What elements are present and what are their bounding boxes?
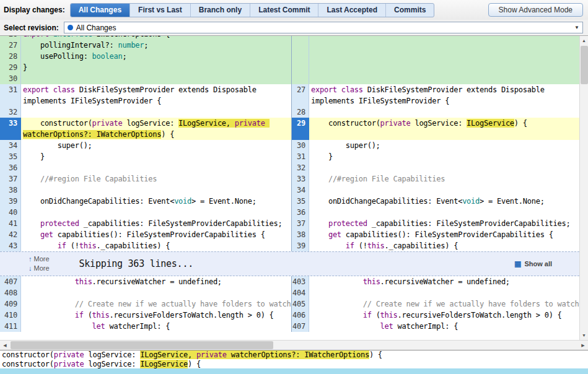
line-number[interactable]: 33 <box>0 118 21 140</box>
line-number[interactable]: 410 <box>0 310 21 321</box>
line-number[interactable]: 26 <box>0 35 21 40</box>
line-number[interactable]: 35 <box>0 151 21 162</box>
line-number[interactable]: 32 <box>291 162 309 173</box>
code-line[interactable] <box>21 207 291 218</box>
horizontal-scrollbar-thumb[interactable] <box>11 341 273 349</box>
code-line[interactable]: onDidChangeCapabilities: Event<void> = E… <box>309 196 579 207</box>
code-line[interactable] <box>21 107 291 118</box>
line-number[interactable]: 30 <box>0 73 21 84</box>
code-line[interactable]: this.recursiveWatcher = undefined; <box>309 276 579 287</box>
line-number[interactable]: 38 <box>291 229 309 240</box>
code-line[interactable]: constructor(private logService: ILogServ… <box>21 118 291 140</box>
line-number[interactable]: 33 <box>291 173 309 185</box>
revision-select[interactable]: All Changes ▼ <box>64 22 583 33</box>
code-line[interactable] <box>309 51 579 62</box>
code-line[interactable]: super(); <box>309 140 579 151</box>
line-number[interactable]: 406 <box>291 310 309 321</box>
tab-last-accepted[interactable]: Last Accepted <box>318 4 385 17</box>
code-line[interactable]: } <box>21 151 291 162</box>
tab-branch-only[interactable]: Branch only <box>190 4 250 17</box>
code-line[interactable] <box>21 287 291 298</box>
scroll-down-icon[interactable]: ▼ <box>580 331 588 340</box>
line-number[interactable]: 31 <box>0 84 21 107</box>
line-number[interactable]: 34 <box>291 185 309 196</box>
code-line[interactable] <box>21 162 291 173</box>
scroll-left-icon[interactable]: ◀ <box>0 341 10 350</box>
line-number[interactable]: 407 <box>291 321 309 332</box>
code-line[interactable] <box>309 162 579 173</box>
tab-latest-commit[interactable]: Latest Commit <box>250 4 318 17</box>
code-line[interactable]: export interface IWatcherOptions { <box>21 35 291 40</box>
line-number[interactable]: 411 <box>0 321 21 332</box>
code-line[interactable]: } <box>309 151 579 162</box>
line-number[interactable] <box>291 62 309 73</box>
line-number[interactable] <box>291 35 309 40</box>
line-number[interactable]: 403 <box>291 276 309 287</box>
code-line[interactable]: onDidChangeCapabilities: Event<void> = E… <box>21 196 291 207</box>
line-number[interactable]: 404 <box>291 287 309 298</box>
line-number[interactable]: 29 <box>0 62 21 73</box>
line-number[interactable]: 39 <box>0 196 21 207</box>
more-down-button[interactable]: ↓ More <box>29 264 50 272</box>
code-line[interactable]: export class DiskFileSystemProvider exte… <box>309 84 579 107</box>
line-number[interactable]: 42 <box>0 229 21 240</box>
line-number[interactable] <box>291 40 309 51</box>
code-line[interactable]: constructor(private logService: ILogServ… <box>309 118 579 140</box>
code-line[interactable]: usePolling: boolean; <box>21 51 291 62</box>
code-line[interactable]: protected _capabilities: FileSystemProvi… <box>309 218 579 229</box>
tab-all-changes[interactable]: All Changes <box>71 4 129 17</box>
line-number[interactable]: 408 <box>0 287 21 298</box>
vertical-scrollbar[interactable]: ▲ ▼ <box>579 36 588 340</box>
line-number[interactable]: 38 <box>0 185 21 196</box>
code-line[interactable]: let watcherImpl: { <box>21 321 291 332</box>
line-number[interactable]: 43 <box>0 240 21 251</box>
code-line[interactable]: this.recursiveWatcher = undefined; <box>21 276 291 287</box>
line-number[interactable]: 37 <box>0 173 21 185</box>
line-number[interactable]: 28 <box>291 107 309 118</box>
code-line[interactable]: } <box>21 62 291 73</box>
code-line[interactable] <box>309 40 579 51</box>
line-number[interactable]: 29 <box>291 118 309 140</box>
line-number[interactable]: 41 <box>0 218 21 229</box>
code-line[interactable]: if (!this._capabilities) { <box>21 240 291 251</box>
vertical-scrollbar-thumb[interactable] <box>581 46 588 84</box>
line-number[interactable]: 35 <box>291 196 309 207</box>
line-number[interactable]: 28 <box>0 51 21 62</box>
code-line[interactable]: get capabilities(): FileSystemProviderCa… <box>309 229 579 240</box>
code-line[interactable] <box>309 185 579 196</box>
code-line[interactable] <box>309 35 579 40</box>
line-number[interactable]: 37 <box>291 218 309 229</box>
show-all-button[interactable]: ▦ Show all <box>514 259 552 268</box>
code-line[interactable]: let watcherImpl: { <box>309 321 579 332</box>
code-line[interactable] <box>21 185 291 196</box>
line-number[interactable]: 40 <box>0 207 21 218</box>
line-number[interactable]: 34 <box>0 140 21 151</box>
line-number[interactable] <box>291 73 309 84</box>
code-line[interactable] <box>309 287 579 298</box>
scroll-up-icon[interactable]: ▲ <box>580 36 588 45</box>
line-number[interactable]: 405 <box>291 298 309 310</box>
code-line[interactable]: if (!this._capabilities) { <box>309 240 579 251</box>
line-number[interactable]: 39 <box>291 240 309 251</box>
horizontal-scrollbar[interactable]: ◀ ▶ <box>0 340 588 350</box>
more-up-button[interactable]: ↑ More <box>29 255 50 263</box>
tab-commits[interactable]: Commits <box>385 4 434 17</box>
line-number[interactable]: 36 <box>291 207 309 218</box>
line-number[interactable]: 407 <box>0 276 21 287</box>
code-line[interactable] <box>309 73 579 84</box>
line-number[interactable]: 30 <box>291 140 309 151</box>
code-line[interactable]: protected _capabilities: FileSystemProvi… <box>21 218 291 229</box>
scroll-right-icon[interactable]: ▶ <box>578 341 588 350</box>
show-advanced-mode-button[interactable]: Show Advanced Mode <box>488 3 583 17</box>
line-number[interactable] <box>291 51 309 62</box>
code-line[interactable]: export class DiskFileSystemProvider exte… <box>21 84 291 107</box>
line-number[interactable]: 36 <box>0 162 21 173</box>
code-line[interactable] <box>309 207 579 218</box>
code-line[interactable]: get capabilities(): FileSystemProviderCa… <box>21 229 291 240</box>
code-line[interactable]: super(); <box>21 140 291 151</box>
code-line[interactable]: //#region File Capabilities <box>21 173 291 185</box>
code-line[interactable]: pollingInterval?: number; <box>21 40 291 51</box>
line-number[interactable]: 32 <box>0 107 21 118</box>
tab-first-vs-last[interactable]: First vs Last <box>129 4 190 17</box>
line-number[interactable]: 31 <box>291 151 309 162</box>
